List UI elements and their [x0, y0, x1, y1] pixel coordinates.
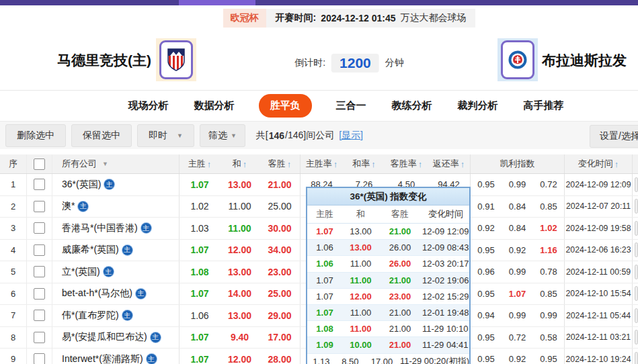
- popup-draw-odds: 8.50: [335, 357, 365, 364]
- draw-odds-value: 9.40: [220, 327, 260, 349]
- league-badge: 欧冠杯: [223, 9, 266, 28]
- row-action-button[interactable]: [635, 199, 638, 214]
- popup-away-odds: 21.00: [379, 340, 421, 350]
- row-action-button[interactable]: [635, 330, 638, 345]
- header-home-odds[interactable]: 主胜 ↑: [180, 154, 220, 173]
- analysis-tab[interactable]: 高手推荐: [522, 94, 565, 118]
- row-select-cell: [27, 196, 52, 218]
- header-change-time-label: 变化时间: [578, 158, 613, 170]
- row-checkbox[interactable]: [34, 179, 45, 190]
- header-home-rate[interactable]: 主胜率 ↑: [301, 154, 343, 173]
- row-select-cell: [27, 218, 52, 239]
- draw-odds-value: 12.00: [220, 349, 260, 364]
- settings-select-button[interactable]: 设置/选择: [590, 125, 638, 148]
- keep-selected-button[interactable]: 保留选中: [71, 124, 132, 147]
- company-cell[interactable]: 易*(安提瓜和巴布达) 主: [52, 327, 180, 349]
- row-select-cell: [27, 349, 52, 364]
- company-cell[interactable]: bet-at-h*(马尔他) 主: [52, 283, 180, 305]
- row-checkbox[interactable]: [34, 332, 45, 343]
- row-action-cell: [633, 240, 638, 261]
- popup-home-odds: 1.09: [307, 340, 342, 350]
- analysis-tab[interactable]: 现场分析: [127, 94, 170, 118]
- main-company-badge-icon: 主: [147, 354, 157, 364]
- company-cell[interactable]: Interwet*(塞浦路斯) 主: [52, 349, 180, 364]
- countdown-unit: 分钟: [385, 57, 404, 69]
- kelly-away-value: 1.02: [533, 218, 565, 239]
- show-link[interactable]: [显示]: [339, 130, 363, 142]
- main-company-badge-icon: 主: [104, 179, 114, 189]
- company-cell[interactable]: 香港马*(中国香港) 主: [52, 218, 180, 239]
- sort-up-icon: ↑: [333, 159, 338, 169]
- kelly-home-value: 0.96: [471, 261, 502, 283]
- header-draw-odds[interactable]: 和 ↑: [220, 154, 260, 173]
- company-cell[interactable]: 威廉希*(英国) 主: [52, 240, 180, 261]
- row-select-cell: [27, 261, 52, 283]
- odds-comparison-page: 欧冠杯 开赛时间: 2024-12-12 01:45 万达大都会球场 马德里竞技…: [0, 0, 638, 364]
- company-cell[interactable]: 伟*(直布罗陀) 主: [52, 305, 180, 326]
- sort-up-icon: ↑: [243, 159, 247, 169]
- kelly-draw-value: 0.99: [502, 174, 533, 195]
- row-action-button[interactable]: [635, 308, 638, 323]
- company-cell[interactable]: 澳* 主: [52, 196, 180, 218]
- change-time-value: 2024-12-07 20:11: [565, 196, 633, 218]
- row-action-button[interactable]: [635, 242, 638, 257]
- analysis-tab[interactable]: 胜平负: [259, 94, 312, 118]
- row-action-cell: [633, 218, 638, 239]
- table-header-row: 序 所有公司 ▼ 主胜 ↑ 和 ↑ 客胜 ↑ 主胜率 ↑: [0, 154, 638, 174]
- kelly-home-value: 0.94: [471, 305, 502, 326]
- home-odds-value: 1.07: [180, 349, 220, 364]
- home-team-name: 马德里竞技(主): [57, 51, 151, 70]
- row-checkbox[interactable]: [34, 244, 45, 256]
- odds-toolbar: 删除选中 保留选中 即时 ▼ 筛选 ▼ 共[146/146]间公司 [显示] 设…: [0, 121, 638, 149]
- row-checkbox[interactable]: [34, 222, 45, 234]
- row-action-button[interactable]: [635, 352, 638, 364]
- row-checkbox[interactable]: [34, 201, 45, 212]
- popup-away-odds: 17.00: [365, 357, 399, 364]
- row-action-button[interactable]: [635, 177, 638, 192]
- company-cell[interactable]: 36*(英国) 主: [52, 174, 180, 195]
- row-checkbox[interactable]: [34, 353, 45, 364]
- header-draw-label: 和: [233, 158, 241, 170]
- analysis-tabs: 现场分析数据分析胜平负三合一教练分析裁判分析高手推荐: [127, 91, 565, 121]
- row-checkbox[interactable]: [34, 266, 45, 277]
- analysis-tab[interactable]: 裁判分析: [456, 94, 500, 118]
- draw-odds-value: 11.00: [220, 218, 260, 239]
- draw-odds-value: 13.00: [220, 174, 260, 195]
- popup-home-odds: 1.13: [307, 357, 335, 364]
- home-odds-value: 1.02: [180, 196, 220, 218]
- analysis-tab[interactable]: 三合一: [335, 94, 368, 118]
- row-action-button[interactable]: [635, 221, 638, 236]
- header-return-rate[interactable]: 返还率 ↑: [428, 154, 471, 173]
- popup-row: 1.08 11.00 21.00 11-29 10:10: [307, 321, 469, 337]
- popup-row: 1.07 11.00 21.00 12-01 19:48: [307, 305, 469, 321]
- main-company-badge-icon: 主: [122, 245, 132, 255]
- header-seq[interactable]: 序: [0, 154, 27, 173]
- home-logo-frame: [159, 40, 193, 79]
- change-time-value: 2024-12-10 15:54: [565, 283, 633, 305]
- popup-row: 1.07 12.00 23.00 12-02 15:29: [307, 289, 469, 305]
- row-seq: 5: [0, 261, 27, 283]
- header-draw-rate[interactable]: 和率 ↑: [343, 154, 385, 173]
- row-checkbox[interactable]: [34, 310, 45, 321]
- row-action-cell: [633, 283, 638, 305]
- filter-dropdown[interactable]: 筛选 ▼: [200, 124, 245, 147]
- analysis-tab[interactable]: 教练分析: [391, 94, 434, 118]
- company-cell[interactable]: 立*(英国) 主: [52, 261, 180, 283]
- header-change-time[interactable]: 变化时间 ↑: [565, 154, 633, 173]
- kelly-home-value: 0.95: [471, 174, 502, 195]
- delete-selected-button[interactable]: 删除选中: [5, 124, 66, 147]
- row-action-button[interactable]: [635, 265, 638, 279]
- main-company-badge-icon: 主: [78, 201, 88, 212]
- select-all-checkbox[interactable]: [34, 158, 45, 170]
- kelly-away-value: 0.85: [533, 196, 565, 218]
- header-away-rate[interactable]: 客胜率 ↑: [385, 154, 428, 173]
- header-away-odds[interactable]: 客胜 ↑: [260, 154, 301, 173]
- live-dropdown[interactable]: 即时 ▼: [137, 124, 194, 147]
- popup-row: 1.07 11.00 21.00 12-02 19:06: [307, 273, 469, 289]
- header-company[interactable]: 所有公司 ▼: [52, 154, 180, 173]
- row-action-button[interactable]: [635, 286, 638, 301]
- main-company-badge-icon: 主: [136, 289, 146, 299]
- analysis-tab[interactable]: 数据分析: [193, 94, 236, 118]
- row-checkbox[interactable]: [34, 288, 45, 300]
- header-away-rate-label: 客胜率: [391, 158, 417, 170]
